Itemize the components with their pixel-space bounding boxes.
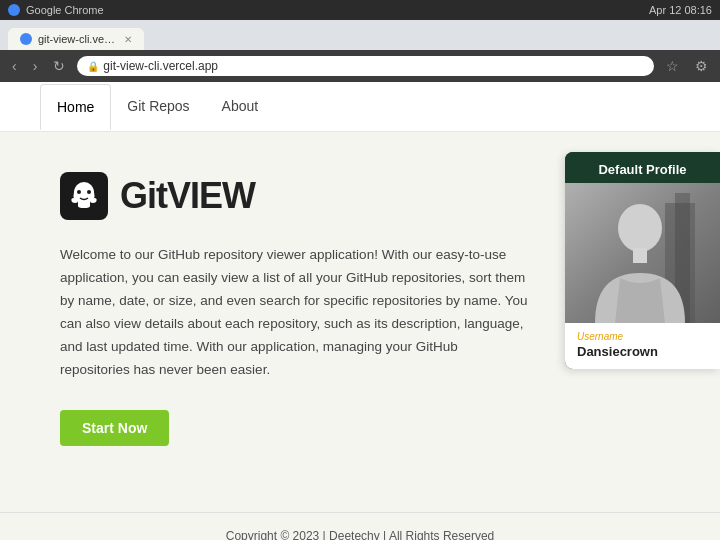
url-text: git-view-cli.vercel.app — [103, 59, 218, 73]
app-container: Home Git Repos About  — [0, 82, 720, 540]
footer-text: Copyright © 2023 | Deetechy | All Rights… — [226, 529, 495, 540]
browser-top-bar: Google Chrome Apr 12 08:16 — [0, 0, 720, 20]
tabs-bar: git-view-cli.vercel.app ✕ — [0, 20, 720, 50]
nav-item-about[interactable]: About — [206, 84, 275, 130]
chrome-favicon — [8, 4, 20, 16]
username-label: Username — [577, 331, 708, 342]
start-now-button[interactable]: Start Now — [60, 410, 169, 446]
svg-point-5 — [87, 190, 91, 194]
profile-photo — [565, 183, 720, 323]
tab-close-icon[interactable]: ✕ — [124, 34, 132, 45]
tab-favicon — [20, 33, 32, 45]
github-logo-icon:  — [60, 172, 108, 220]
reload-button[interactable]: ↻ — [49, 56, 69, 76]
extensions-icon[interactable]: ⚙ — [691, 56, 712, 76]
nav-item-home[interactable]: Home — [40, 84, 111, 130]
profile-card-header: Default Profile — [565, 152, 720, 183]
browser-toolbar: ‹ › ↻ 🔒 git-view-cli.vercel.app ☆ ⚙ — [0, 50, 720, 82]
footer: Copyright © 2023 | Deetechy | All Rights… — [0, 512, 720, 540]
svg-rect-10 — [633, 248, 647, 263]
bookmark-icon[interactable]: ☆ — [662, 56, 683, 76]
browser-tab-active[interactable]: git-view-cli.vercel.app ✕ — [8, 28, 144, 50]
main-content:  GitVIEW Welcome to our GitHub reposito… — [0, 132, 720, 512]
browser-title: Google Chrome — [26, 4, 104, 16]
hero-section:  GitVIEW Welcome to our GitHub reposito… — [60, 172, 580, 472]
hero-description: Welcome to our GitHub repository viewer … — [60, 244, 530, 382]
forward-button[interactable]: › — [29, 56, 42, 76]
nav: Home Git Repos About — [0, 82, 720, 132]
nav-item-git-repos[interactable]: Git Repos — [111, 84, 205, 130]
profile-image — [565, 183, 720, 323]
lock-icon: 🔒 — [87, 61, 99, 72]
url-bar[interactable]: 🔒 git-view-cli.vercel.app — [77, 56, 654, 76]
profile-info: Username Dansiecrown — [565, 323, 720, 369]
browser-time: Apr 12 08:16 — [649, 4, 712, 16]
svg-point-9 — [618, 204, 662, 252]
back-button[interactable]: ‹ — [8, 56, 21, 76]
app-title: GitVIEW — [120, 175, 255, 217]
logo-title-group:  GitVIEW — [60, 172, 580, 220]
profile-card: Default Profile — [565, 152, 720, 369]
svg-point-4 — [77, 190, 81, 194]
tab-label: git-view-cli.vercel.app — [38, 33, 118, 45]
username-value: Dansiecrown — [577, 344, 708, 359]
